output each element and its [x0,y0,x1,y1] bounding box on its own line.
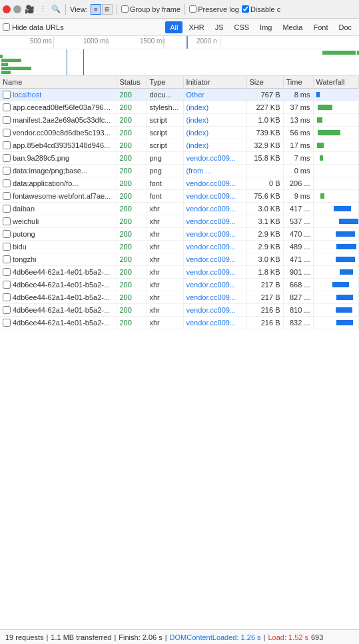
transferred-size: 1.1 MB transferred [51,633,111,641]
filter-xhr[interactable]: XHR [184,21,208,33]
table-row[interactable]: data:image/png;base...200png(from ...0 m… [0,165,359,177]
table-row[interactable]: daiban200xhrvendor.cc009...3.0 KB417 ... [0,203,359,215]
row-select-checkbox[interactable] [3,281,11,289]
clear-button[interactable] [13,5,21,13]
initiator-link[interactable]: vendor.cc009... [186,319,236,327]
col-header-waterfall[interactable]: Waterfall [313,76,359,89]
col-header-size[interactable]: Size [246,76,283,89]
col-header-type[interactable]: Type [147,76,183,89]
table-row[interactable]: 4db6ee44-62a1-4e01-b5a2-...200xhrvendor.… [0,291,359,304]
initiator-link[interactable]: vendor.cc009... [186,255,236,263]
filter-doc[interactable]: Doc [334,21,356,33]
row-select-checkbox[interactable] [3,217,11,225]
filter-media[interactable]: Media [278,21,307,33]
group-by-frame-toggle[interactable]: Group by frame [121,5,180,13]
row-select-checkbox[interactable] [3,319,11,327]
preserve-log-toggle[interactable]: Preserve log [189,5,239,13]
grid-view-button[interactable]: ⊞ [102,4,113,15]
cell-initiator: (index) [183,139,246,152]
initiator-link[interactable]: Other [186,91,205,99]
search-icon[interactable]: 🔍 [51,4,61,15]
record-button[interactable] [3,5,11,13]
filter-css[interactable]: CSS [229,21,254,33]
table-row[interactable]: weichuli200xhrvendor.cc009...3.1 KB537 .… [0,215,359,228]
col-header-status[interactable]: Status [117,76,147,89]
row-select-checkbox[interactable] [3,306,11,314]
hide-data-urls-checkbox[interactable] [3,23,10,31]
table-row[interactable]: 4db6ee44-62a1-4e01-b5a2-...200xhrvendor.… [0,266,359,279]
table-row[interactable]: fontawesome-webfont.af7ae...200fontvendo… [0,190,359,203]
initiator-link[interactable]: vendor.cc009... [186,243,236,251]
hide-data-urls-toggle[interactable]: Hide data URLs [3,23,64,31]
cell-waterfall [313,279,359,291]
row-select-checkbox[interactable] [3,243,11,251]
row-select-checkbox[interactable] [3,141,11,149]
initiator-link[interactable]: vendor.cc009... [186,217,236,225]
table-row[interactable]: bidu200xhrvendor.cc009...2.9 KB489 ... [0,241,359,253]
initiator-link[interactable]: vendor.cc009... [186,293,236,301]
initiator-link[interactable]: vendor.cc009... [186,154,236,162]
view-toggle: ≡ ⊞ [91,4,113,15]
filter-icon[interactable]: ⋮ [37,4,48,15]
row-select-checkbox[interactable] [3,116,11,124]
initiator-link[interactable]: vendor.cc009... [186,205,236,213]
initiator-link[interactable]: vendor.cc009... [186,268,236,276]
filter-font[interactable]: Font [308,21,332,33]
cell-status: 200 [117,266,147,279]
initiator-link[interactable]: vendor.cc009... [186,306,236,314]
initiator-link[interactable]: (from ... [186,167,212,175]
group-by-frame-checkbox[interactable] [121,5,129,13]
initiator-link[interactable]: vendor.cc009... [186,179,236,187]
filter-js[interactable]: JS [210,21,228,33]
initiator-link[interactable]: vendor.cc009... [186,281,236,289]
disable-cache-checkbox[interactable] [242,5,249,13]
row-select-checkbox[interactable] [3,230,11,238]
preserve-log-checkbox[interactable] [189,5,196,13]
table-row[interactable]: ban.9a289c5.png200pngvendor.cc009...15.8… [0,152,359,165]
cell-status: 200 [117,101,147,114]
disable-cache-toggle[interactable]: Disable c [242,5,280,13]
table-row[interactable]: app.cecead08ef56fe03a7962...200stylesh..… [0,101,359,114]
row-select-checkbox[interactable] [3,154,11,162]
table-row[interactable]: localhost200docu...Other767 B8 ms [0,89,359,101]
row-select-checkbox[interactable] [3,205,11,213]
row-select-checkbox[interactable] [3,192,11,200]
row-select-checkbox[interactable] [3,91,11,99]
sep2: | [114,633,116,641]
row-select-checkbox[interactable] [3,103,11,111]
row-select-checkbox[interactable] [3,268,11,276]
table-row[interactable]: tongzhi200xhrvendor.cc009...3.0 KB471 ..… [0,253,359,266]
initiator-link[interactable]: vendor.cc009... [186,192,236,200]
cell-type: script [147,139,183,152]
table-row[interactable]: 4db6ee44-62a1-4e01-b5a2-...200xhrvendor.… [0,317,359,329]
initiator-link[interactable]: vendor.cc009... [186,230,236,238]
screenshot-icon[interactable]: 🎥 [24,4,35,15]
col-header-name[interactable]: Name [0,76,117,89]
row-select-checkbox[interactable] [3,129,11,137]
cell-status: 200 [117,228,147,241]
table-row[interactable]: app.85eb4cd39353148d946...200script(inde… [0,139,359,152]
table-row[interactable]: 4db6ee44-62a1-4e01-b5a2-...200xhrvendor.… [0,279,359,291]
initiator-link[interactable]: (index) [186,129,209,137]
network-table-container[interactable]: Name Status Type Initiator Size Time Wat… [0,76,359,629]
initiator-link[interactable]: (index) [186,116,209,124]
table-row[interactable]: data:application/fo...200fontvendor.cc00… [0,177,359,190]
col-header-initiator[interactable]: Initiator [183,76,246,89]
initiator-link[interactable]: (index) [186,141,209,149]
filter-img[interactable]: Img [255,21,276,33]
initiator-link[interactable]: (index) [186,103,209,111]
table-row[interactable]: putong200xhrvendor.cc009...2.9 KB470 ... [0,228,359,241]
table-row[interactable]: 4db6ee44-62a1-4e01-b5a2-...200xhrvendor.… [0,304,359,317]
cell-name: manifest.2ae2e69a05c33dfc... [0,114,117,127]
row-select-checkbox[interactable] [3,293,11,301]
table-row[interactable]: manifest.2ae2e69a05c33dfc...200script(in… [0,114,359,127]
row-select-checkbox[interactable] [3,255,11,263]
ruler-line-4 [220,36,220,49]
col-header-time[interactable]: Time [283,76,313,89]
filter-all[interactable]: All [165,21,182,33]
table-row[interactable]: vendor.cc009c8d6dbe5c193...200script(ind… [0,127,359,139]
row-select-checkbox[interactable] [3,179,11,187]
list-view-button[interactable]: ≡ [91,4,101,15]
row-select-checkbox[interactable] [3,167,11,175]
row-name-text: fontawesome-webfont.af7ae... [13,192,111,200]
